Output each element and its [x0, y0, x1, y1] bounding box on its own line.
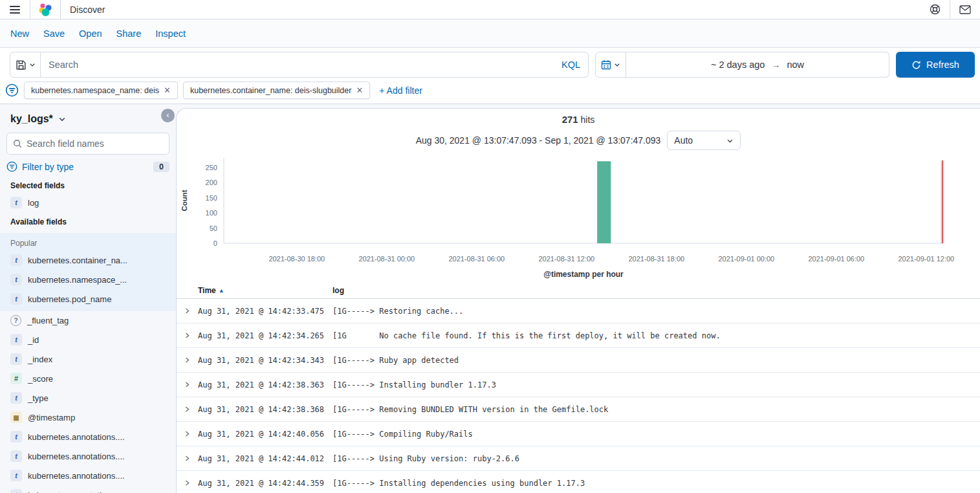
content-area: ky_logs* Filter by type 0 Selected field…: [0, 104, 980, 493]
table-header: Time ▲ log: [177, 282, 980, 299]
field-name: _fluent_tag: [27, 316, 69, 325]
filter-pill[interactable]: kubernetes.namespace_name: deis ✕: [24, 82, 178, 99]
hamburger-icon: [10, 6, 20, 14]
filter-pill[interactable]: kubernetes.container_name: deis-slugbuil…: [183, 82, 370, 99]
page-title: Discover: [61, 0, 114, 19]
field-item[interactable]: t _type: [0, 388, 176, 408]
filter-options-icon[interactable]: [5, 83, 19, 97]
table-row[interactable]: Aug 31, 2021 @ 14:42:44.359 [1G-----> In…: [177, 471, 980, 493]
field-type-icon: t: [10, 450, 22, 462]
search-input[interactable]: [49, 60, 555, 70]
filter-icon: [6, 161, 17, 172]
table-row[interactable]: Aug 31, 2021 @ 14:42:38.363 [1G-----> In…: [177, 373, 980, 397]
field-item[interactable]: t kubernetes.annotations....: [0, 466, 176, 485]
filter-pill-label: kubernetes.container_name: deis-slugbuil…: [190, 86, 351, 95]
kibana-logo[interactable]: [30, 0, 60, 19]
field-item[interactable]: # _score: [0, 369, 176, 388]
filter-by-type-button[interactable]: Filter by type 0: [6, 161, 169, 172]
refresh-button[interactable]: Refresh: [896, 52, 975, 78]
saved-query-menu-button[interactable]: [10, 52, 41, 78]
field-item[interactable]: t _index: [0, 349, 176, 369]
menu-link[interactable]: Save: [43, 28, 65, 39]
table-row[interactable]: Aug 31, 2021 @ 14:42:34.265 [1G No cache…: [177, 323, 980, 348]
date-quick-select-button[interactable]: [595, 52, 626, 78]
table-body: Aug 31, 2021 @ 14:42:33.475 [1G-----> Re…: [177, 299, 980, 493]
expand-row-button[interactable]: [177, 307, 198, 314]
table-row[interactable]: Aug 31, 2021 @ 14:42:44.012 [1G-----> Us…: [177, 446, 980, 471]
field-name: _score: [28, 374, 53, 384]
cell-log: [1G-----> Installing bundler 1.17.3: [332, 380, 980, 389]
menu-button[interactable]: [0, 0, 30, 19]
time-range-display[interactable]: ~ 2 days ago → now: [626, 52, 889, 78]
menu-link[interactable]: Inspect: [155, 28, 186, 39]
table-row[interactable]: Aug 31, 2021 @ 14:42:40.056 [1G-----> Co…: [177, 422, 980, 446]
chevron-down-icon: [726, 137, 734, 144]
field-item[interactable]: t kubernetes.annotations....: [0, 427, 176, 446]
query-language-button[interactable]: KQL: [555, 60, 580, 70]
field-name: kubernetes.container_na...: [28, 256, 127, 265]
field-type-icon: t: [10, 353, 22, 365]
field-item[interactable]: t kubernetes.annotations....: [0, 485, 176, 493]
expand-row-button[interactable]: [177, 381, 198, 388]
field-type-icon: ?: [10, 315, 21, 326]
svg-text:2021-09-01 06:00: 2021-09-01 06:00: [808, 255, 864, 263]
histogram-chart[interactable]: 0501001502002502021-08-30 18:002021-08-3…: [177, 155, 980, 282]
collapse-sidebar-button[interactable]: ‹: [161, 109, 175, 122]
expand-row-button[interactable]: [177, 356, 198, 364]
interval-select[interactable]: Auto: [667, 131, 741, 150]
column-header-time[interactable]: Time ▲: [198, 286, 332, 295]
index-pattern-switcher[interactable]: ky_logs*: [0, 112, 176, 131]
svg-text:2021-08-30 18:00: 2021-08-30 18:00: [268, 255, 325, 263]
menu-link[interactable]: Open: [79, 28, 102, 39]
close-icon[interactable]: ✕: [356, 85, 363, 95]
expand-row-button[interactable]: [177, 406, 198, 413]
time-from[interactable]: ~ 2 days ago: [711, 60, 765, 70]
table-row[interactable]: Aug 31, 2021 @ 14:42:34.343 [1G-----> Ru…: [177, 348, 980, 373]
newsfeed-button[interactable]: [950, 0, 980, 19]
close-icon[interactable]: ✕: [164, 85, 171, 95]
expand-row-button[interactable]: [177, 455, 198, 462]
field-item[interactable]: t kubernetes.namespace_...: [0, 270, 176, 289]
field-item[interactable]: t kubernetes.container_na...: [0, 250, 176, 270]
popular-heading: Popular: [0, 236, 176, 250]
add-filter-button[interactable]: + Add filter: [379, 85, 422, 96]
field-type-icon: t: [10, 254, 22, 266]
cell-time: Aug 31, 2021 @ 14:42:44.012: [198, 454, 332, 463]
field-item[interactable]: t kubernetes.pod_name: [0, 289, 176, 309]
field-search-input[interactable]: [27, 138, 163, 149]
selected-fields-list: t log: [0, 193, 176, 212]
cell-log: [1G-----> Ruby app detected: [332, 356, 980, 365]
chevron-right-icon: [184, 455, 191, 462]
field-type-icon: t: [10, 274, 22, 285]
field-type-icon: t: [10, 470, 22, 481]
chevron-down-icon: [614, 61, 620, 68]
field-item[interactable]: t kubernetes.annotations....: [0, 446, 176, 466]
popular-fields-block: Popular t kubernetes.container_na... t k…: [0, 233, 176, 311]
field-item[interactable]: ▦ @timestamp: [0, 408, 176, 427]
expand-row-button[interactable]: [177, 479, 198, 487]
table-row[interactable]: Aug 31, 2021 @ 14:42:33.475 [1G-----> Re…: [177, 299, 980, 323]
field-item[interactable]: ? _fluent_tag: [0, 311, 176, 330]
svg-text:2021-09-01 12:00: 2021-09-01 12:00: [898, 255, 955, 263]
table-row[interactable]: Aug 31, 2021 @ 14:42:38.368 [1G-----> Re…: [177, 397, 980, 422]
top-bar: Discover: [0, 0, 980, 19]
menu-link[interactable]: Share: [116, 28, 142, 39]
svg-text:100: 100: [206, 209, 217, 217]
field-item[interactable]: t log: [0, 193, 176, 212]
field-name: _type: [28, 393, 49, 403]
elastic-logo-icon: [38, 2, 53, 17]
field-item[interactable]: t _id: [0, 330, 176, 349]
help-button[interactable]: [920, 0, 950, 19]
menu-link[interactable]: New: [10, 28, 29, 39]
query-bar: KQL ~ 2 days ago → now Refresh: [0, 48, 980, 82]
sort-ascending-icon: ▲: [219, 287, 224, 294]
expand-row-button[interactable]: [177, 430, 198, 437]
field-name: kubernetes.annotations....: [28, 452, 125, 461]
chart-time-range: Aug 30, 2021 @ 13:07:47.093 - Sep 1, 202…: [416, 135, 661, 146]
arrow-right-icon: →: [771, 60, 780, 70]
save-icon: [16, 60, 27, 71]
expand-row-button[interactable]: [177, 332, 198, 339]
column-header-log: log: [332, 286, 344, 295]
cell-time: Aug 31, 2021 @ 14:42:44.359: [198, 479, 332, 488]
time-to[interactable]: now: [787, 60, 804, 70]
